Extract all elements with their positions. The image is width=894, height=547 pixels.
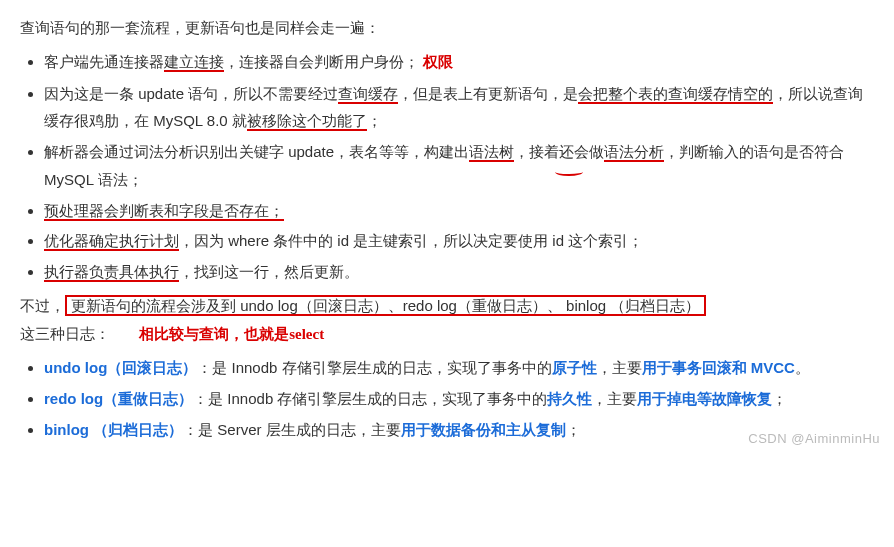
keyword: 原子性	[552, 359, 597, 376]
text: ，主要	[597, 359, 642, 376]
log-name: binlog （归档日志）	[44, 421, 183, 438]
list-item: redo log（重做日志）：是 Innodb 存储引擎层生成的日志，实现了事务…	[44, 385, 874, 413]
text: ：是 Innodb 存储引擎层生成的日志，实现了事务中的	[193, 390, 547, 407]
text: ；	[772, 390, 787, 407]
text: ，因为 where 条件中的 id 是主键索引，所以决定要使用 id 这个索引；	[179, 232, 643, 249]
list-item: 客户端先通连接器建立连接，连接器自会判断用户身份； 权限	[44, 48, 874, 77]
handwritten-annotation: 权限	[423, 54, 453, 70]
list-item: 因为这是一条 update 语句，所以不需要经过查询缓存，但是表上有更新语句，是…	[44, 80, 874, 136]
underlined: 预处理器会判断表和字段是否存在；	[44, 202, 284, 221]
text: ：是 Innodb 存储引擎层生成的日志，实现了事务中的	[197, 359, 551, 376]
underlined: 执行器负责具体执行	[44, 263, 179, 282]
text: 不过，	[20, 297, 65, 314]
list-item: 执行器负责具体执行，找到这一行，然后更新。	[44, 258, 874, 286]
text: ，找到这一行，然后更新。	[179, 263, 359, 280]
steps-list: 客户端先通连接器建立连接，连接器自会判断用户身份； 权限 因为这是一条 upda…	[20, 48, 874, 286]
underlined: 语法分析	[604, 143, 664, 162]
paragraph-logs: 不过，更新语句的流程会涉及到 undo log（回滚日志）、redo log（重…	[20, 292, 874, 349]
keyword: 持久性	[547, 390, 592, 407]
text: ，接着还会做	[514, 143, 604, 160]
keyword: 用于数据备份和主从复制	[401, 421, 566, 438]
list-item: 优化器确定执行计划，因为 where 条件中的 id 是主键索引，所以决定要使用…	[44, 227, 874, 255]
underlined: 会把整个表的查询缓存情空的	[578, 85, 773, 104]
text: ，主要	[592, 390, 637, 407]
underlined: 查询缓存	[338, 85, 398, 104]
text: 。	[795, 359, 810, 376]
text: 解析器会通过词法分析识别出关键字 update，表名等等，构建出	[44, 143, 469, 160]
list-item: 预处理器会判断表和字段是否存在；	[44, 197, 874, 225]
underlined: 被移除这个功能了	[247, 112, 367, 131]
underlined: 优化器确定执行计划	[44, 232, 179, 251]
log-name: undo log（回滚日志）	[44, 359, 197, 376]
text: ：是 Server 层生成的日志，主要	[183, 421, 401, 438]
text: ；	[367, 112, 382, 129]
underlined: 建立连接	[164, 53, 224, 72]
text: ；	[566, 421, 581, 438]
intro-text: 查询语句的那一套流程，更新语句也是同样会走一遍：	[20, 14, 874, 42]
keyword: 用于事务回滚和 MVCC	[642, 359, 795, 376]
text: 客户端先通连接器	[44, 53, 164, 70]
handwritten-annotation: 相比较与查询，也就是select	[139, 326, 324, 342]
boxed-text: 更新语句的流程会涉及到 undo log（回滚日志）、redo log（重做日志…	[65, 295, 706, 316]
underlined: 语法树	[469, 143, 514, 162]
watermark: CSDN @AiminminHu	[748, 427, 880, 451]
text: 这三种日志：	[20, 325, 110, 342]
log-name: redo log（重做日志）	[44, 390, 193, 407]
list-item: 解析器会通过词法分析识别出关键字 update，表名等等，构建出语法树，接着还会…	[44, 138, 874, 194]
logs-list: undo log（回滚日志）：是 Innodb 存储引擎层生成的日志，实现了事务…	[20, 354, 874, 443]
text: ，但是表上有更新语句，是	[398, 85, 578, 102]
text: 因为这是一条 update 语句，所以不需要经过	[44, 85, 338, 102]
text: ，连接器自会判断用户身份；	[224, 53, 419, 70]
keyword: 用于掉电等故障恢复	[637, 390, 772, 407]
list-item: undo log（回滚日志）：是 Innodb 存储引擎层生成的日志，实现了事务…	[44, 354, 874, 382]
